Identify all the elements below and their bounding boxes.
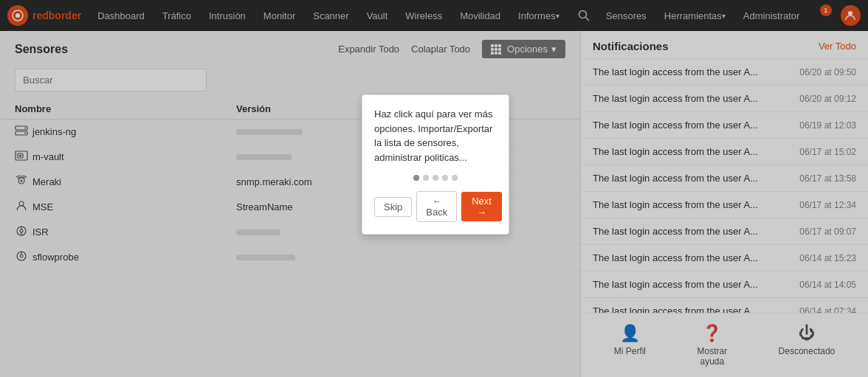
tooltip-dot[interactable] bbox=[442, 175, 448, 181]
tooltip-actions: Skip ← Back Next → bbox=[374, 191, 497, 222]
next-button[interactable]: Next → bbox=[461, 192, 502, 221]
tooltip-dot[interactable] bbox=[452, 175, 458, 181]
skip-button[interactable]: Skip bbox=[374, 197, 412, 217]
back-button[interactable]: ← Back bbox=[416, 191, 457, 222]
tooltip-dot[interactable] bbox=[413, 175, 419, 181]
tooltip-text: Haz click aquí para ver más opciones. Im… bbox=[374, 107, 497, 165]
tooltip-popup: Haz click aquí para ver más opciones. Im… bbox=[362, 94, 509, 235]
tooltip-dot[interactable] bbox=[423, 175, 429, 181]
tooltip-dot[interactable] bbox=[433, 175, 438, 181]
tooltip-dots bbox=[374, 175, 497, 181]
